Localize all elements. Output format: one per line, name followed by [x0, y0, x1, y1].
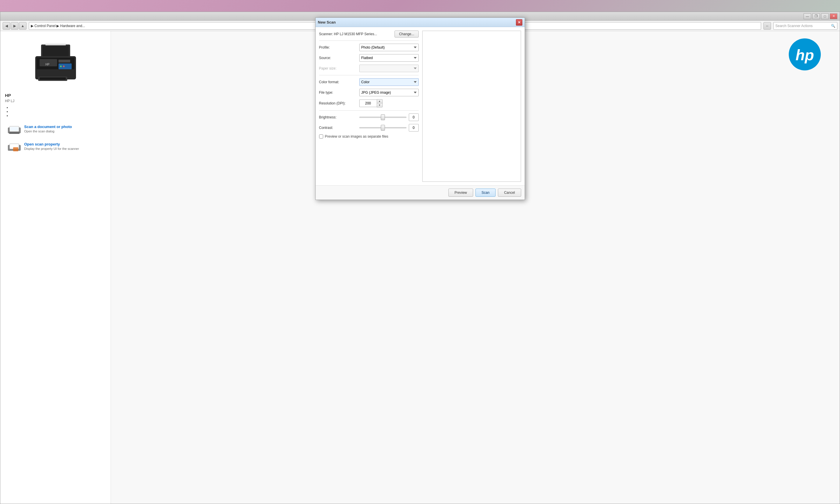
profile-label: Profile: [319, 46, 357, 50]
profile-select[interactable]: Photo (Default) Documents Custom [359, 44, 419, 51]
divider-1 [319, 75, 419, 75]
dialog-body: Scanner: HP LJ M1530 MFP Series... Chang… [316, 27, 525, 185]
spinner-down-button[interactable]: ▼ [377, 103, 382, 107]
checkbox-label: Preview or scan images as separate files [325, 134, 388, 139]
contrast-value: 0 [409, 124, 419, 131]
color-format-row: Color format: Color Grayscale Black and … [319, 78, 419, 86]
preview-button[interactable]: Preview [449, 188, 473, 197]
file-type-row: File type: JPG (JPEG image) BMP (Bitmap)… [319, 89, 419, 96]
preview-panel [422, 31, 521, 182]
cancel-button[interactable]: Cancel [498, 188, 521, 197]
new-scan-dialog: New Scan ✕ Scanner: HP LJ M1530 MFP Seri… [315, 17, 525, 200]
contrast-row: Contrast: 0 [319, 124, 419, 131]
preview-area [422, 31, 521, 182]
resolution-input[interactable] [359, 100, 377, 107]
source-row: Source: Flatbed ADF (Front Side) ADF (Du… [319, 54, 419, 62]
checkbox-row: Preview or scan images as separate files [319, 134, 419, 139]
divider-2 [319, 110, 419, 111]
resolution-spinner: ▲ ▼ [359, 99, 383, 107]
brightness-slider[interactable] [359, 117, 406, 118]
change-button[interactable]: Change... [395, 31, 418, 38]
scanner-header: Scanner: HP LJ M1530 MFP Series... Chang… [319, 31, 419, 41]
scanner-label: Scanner: HP LJ M1530 MFP Series... [319, 32, 377, 36]
dialog-form: Scanner: HP LJ M1530 MFP Series... Chang… [319, 31, 419, 182]
file-type-label: File type: [319, 90, 357, 94]
dialog-close-button[interactable]: ✕ [516, 19, 522, 25]
contrast-slider-container: 0 [359, 124, 419, 131]
paper-size-select[interactable] [359, 65, 419, 72]
brightness-slider-container: 0 [359, 113, 419, 121]
brightness-row: Brightness: 0 [319, 113, 419, 121]
dialog-titlebar: New Scan ✕ [316, 18, 525, 27]
profile-row: Profile: Photo (Default) Documents Custo… [319, 44, 419, 51]
dialog-footer: Preview Scan Cancel [316, 185, 525, 200]
source-select[interactable]: Flatbed ADF (Front Side) ADF (Duplex) [359, 54, 419, 62]
brightness-value: 0 [409, 113, 419, 121]
resolution-label: Resolution (DPI): [319, 101, 357, 105]
paper-size-label: Paper size: [319, 66, 357, 70]
contrast-label: Contrast: [319, 126, 357, 130]
source-label: Source: [319, 56, 357, 60]
dialog-title: New Scan [318, 20, 336, 24]
color-format-select[interactable]: Color Grayscale Black and White [359, 78, 419, 86]
scan-button[interactable]: Scan [475, 188, 495, 197]
separate-files-checkbox[interactable] [319, 134, 323, 139]
contrast-slider[interactable] [359, 127, 406, 128]
resolution-row: Resolution (DPI): ▲ ▼ [319, 99, 419, 107]
spinner-buttons: ▲ ▼ [377, 99, 383, 107]
brightness-label: Brightness: [319, 115, 357, 119]
dialog-overlay: New Scan ✕ Scanner: HP LJ M1530 MFP Seri… [0, 0, 840, 504]
color-format-label: Color format: [319, 80, 357, 84]
file-type-select[interactable]: JPG (JPEG image) BMP (Bitmap) PNG (PNG i… [359, 89, 419, 96]
paper-size-row: Paper size: [319, 65, 419, 72]
spinner-up-button[interactable]: ▲ [377, 100, 382, 103]
